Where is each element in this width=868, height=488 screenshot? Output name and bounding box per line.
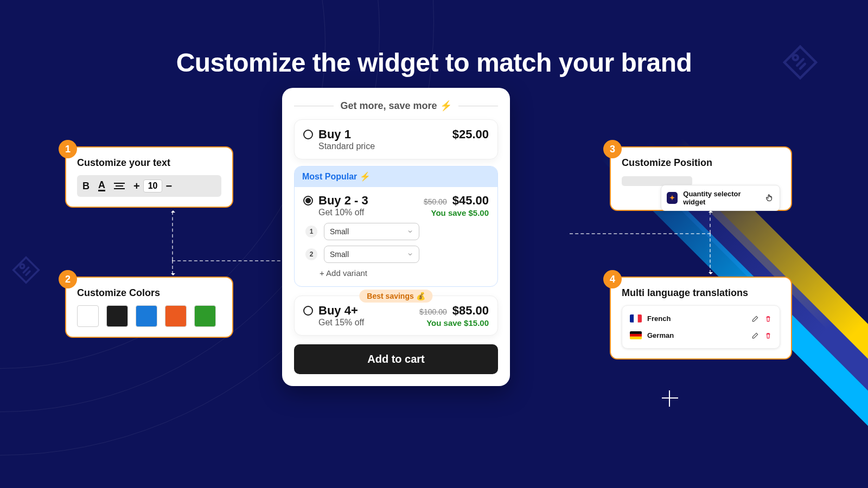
bold-button[interactable]: B — [82, 181, 90, 192]
pricing-widget: Get more, save more ⚡ Buy 1 $25.00 Stand… — [282, 88, 510, 386]
delete-icon[interactable] — [764, 315, 772, 323]
color-swatch[interactable] — [136, 305, 157, 327]
connector — [172, 211, 173, 260]
widget-title: Get more, save more ⚡ — [294, 100, 498, 112]
language-name: French — [647, 314, 671, 323]
tier-subtitle: Get 15% off — [318, 318, 364, 328]
callout-title: Multi language translations — [622, 287, 780, 299]
callout-translations: 4 Multi language translations French Ger… — [610, 277, 792, 359]
variant-row: 2 Small — [303, 246, 489, 263]
connector — [710, 211, 711, 233]
align-center-button[interactable] — [114, 183, 125, 189]
radio-checked-icon[interactable] — [303, 196, 313, 206]
edit-icon[interactable] — [751, 332, 759, 339]
font-size-stepper: + 10 − — [133, 179, 172, 192]
svg-rect-7 — [630, 337, 642, 339]
add-variant-button[interactable]: + Add variant — [303, 263, 489, 279]
tier-option[interactable]: Best savings 💰 Buy 4+ $100.00$85.00 Get … — [294, 296, 498, 336]
variant-index: 2 — [305, 248, 317, 260]
position-preview: ✦ Quantity selector widget — [622, 175, 780, 200]
delete-icon[interactable] — [764, 332, 772, 339]
connector — [172, 260, 286, 261]
flag-icon — [630, 314, 642, 323]
tier-subtitle: Get 10% off — [318, 208, 364, 217]
radio-unchecked-icon[interactable] — [303, 130, 313, 139]
callout-number: 1 — [59, 140, 77, 158]
tier-savings: You save $5.00 — [431, 208, 489, 217]
color-swatches — [77, 305, 221, 327]
callout-title: Customize Colors — [77, 287, 221, 299]
color-swatch[interactable] — [194, 305, 216, 327]
price-tag-icon — [11, 255, 41, 285]
tier-title: Buy 4+ — [318, 304, 358, 318]
svg-rect-3 — [634, 314, 637, 323]
chevron-down-icon — [407, 228, 413, 235]
language-list: French German — [622, 305, 780, 349]
variant-index: 1 — [305, 226, 317, 237]
tier-option[interactable]: Buy 1 $25.00 Standard price — [294, 119, 498, 159]
text-toolbar: B A + 10 − — [77, 175, 221, 197]
page-headline: Customize the widget to match your brand — [0, 48, 868, 78]
tier-price: $85.00 — [452, 304, 489, 317]
callout-title: Customize your text — [77, 157, 221, 169]
increase-button[interactable]: − — [165, 180, 172, 192]
flag-icon — [630, 331, 642, 339]
svg-rect-2 — [630, 314, 634, 323]
callout-number: 3 — [603, 140, 622, 158]
tier-strike-price: $50.00 — [424, 197, 447, 206]
tier-price: $25.00 — [452, 127, 489, 142]
variant-select[interactable]: Small — [324, 223, 419, 240]
callout-customize-colors: 2 Customize Colors — [65, 277, 233, 338]
connector — [710, 233, 711, 273]
chevron-down-icon — [407, 251, 413, 258]
tier-strike-price: $100.00 — [419, 307, 447, 316]
color-swatch[interactable] — [106, 305, 128, 327]
font-color-button[interactable]: A — [98, 181, 105, 191]
svg-rect-5 — [630, 331, 642, 334]
color-swatch[interactable] — [77, 305, 99, 327]
tier-savings: You save $15.00 — [426, 318, 489, 328]
hand-cursor-icon — [765, 193, 774, 203]
callout-number: 4 — [603, 270, 622, 288]
edit-icon[interactable] — [751, 315, 759, 323]
language-row: German — [629, 327, 773, 344]
quantity-selector-chip[interactable]: ✦ Quantity selector widget — [661, 185, 780, 211]
color-swatch[interactable] — [165, 305, 187, 327]
variant-row: 1 Small — [303, 223, 489, 240]
app-logo-icon: ✦ — [667, 192, 678, 204]
tier-option-popular[interactable]: Most Popular ⚡ Buy 2 - 3 $50.00$45.00 Ge… — [294, 166, 498, 287]
tier-title: Buy 1 — [318, 127, 351, 142]
add-to-cart-button[interactable]: Add to cart — [294, 344, 498, 374]
tier-subtitle: Standard price — [318, 142, 375, 151]
tier-title: Buy 2 - 3 — [318, 194, 368, 208]
callout-customize-position: 3 Customize Position ✦ Quantity selector… — [610, 146, 792, 211]
connector — [570, 233, 711, 234]
svg-rect-4 — [638, 314, 642, 323]
callout-customize-text: 1 Customize your text B A + 10 − — [65, 146, 233, 208]
svg-rect-6 — [630, 334, 642, 337]
tier-price: $45.00 — [452, 194, 489, 207]
callout-number: 2 — [59, 270, 77, 288]
language-name: German — [647, 331, 674, 339]
variant-select[interactable]: Small — [324, 246, 419, 263]
callout-title: Customize Position — [622, 157, 780, 169]
most-popular-banner: Most Popular ⚡ — [295, 166, 497, 187]
connector — [172, 260, 173, 274]
font-size-value[interactable]: 10 — [143, 179, 163, 192]
decrease-button[interactable]: + — [133, 180, 140, 192]
svg-point-1 — [20, 264, 24, 268]
chip-label: Quantity selector widget — [683, 190, 758, 206]
language-row: French — [629, 310, 773, 327]
crosshair-icon — [662, 390, 678, 407]
best-savings-badge: Best savings 💰 — [359, 290, 432, 303]
radio-unchecked-icon[interactable] — [303, 306, 313, 316]
